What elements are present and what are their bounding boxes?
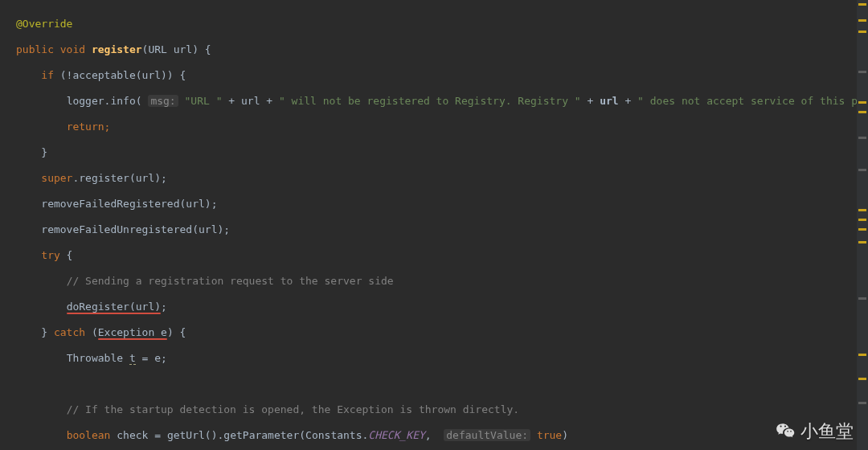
param-hint: defaultValue: bbox=[444, 429, 530, 441]
fn: info bbox=[110, 95, 135, 107]
marker[interactable] bbox=[858, 378, 866, 380]
marker[interactable] bbox=[858, 209, 866, 211]
id: logger bbox=[67, 95, 104, 107]
fn: getParameter bbox=[223, 429, 299, 441]
comment: // If the startup detection is opened, t… bbox=[67, 403, 520, 415]
ty: Exception bbox=[98, 326, 161, 338]
constants: Constants bbox=[305, 429, 362, 441]
kw: try bbox=[41, 249, 59, 261]
comment: // Sending a registration request to the… bbox=[67, 275, 394, 287]
str: " will not be registered to Registry. Re… bbox=[279, 95, 581, 107]
annotation: @Override bbox=[16, 18, 72, 30]
fn: doRegister bbox=[67, 301, 129, 313]
marker[interactable] bbox=[858, 19, 866, 22]
fn-doRegister: doRegister(url) bbox=[67, 301, 161, 313]
method-name: register bbox=[92, 43, 142, 55]
str: " does not accept service of this proto bbox=[637, 95, 868, 107]
error-stripe[interactable] bbox=[857, 0, 868, 450]
var-e: e bbox=[154, 352, 161, 364]
kw: if bbox=[41, 69, 54, 81]
ty: Throwable bbox=[67, 352, 123, 364]
marker[interactable] bbox=[858, 137, 866, 139]
marker[interactable] bbox=[858, 71, 866, 73]
marker[interactable] bbox=[858, 219, 866, 221]
marker[interactable] bbox=[858, 297, 866, 300]
kw: return; bbox=[67, 121, 111, 133]
marker[interactable] bbox=[858, 101, 866, 104]
param-hint: msg: bbox=[148, 95, 178, 107]
param-name: url bbox=[174, 43, 192, 55]
code-editor[interactable]: @Override public void register(URL url) … bbox=[0, 0, 868, 450]
exception-decl: Exception e bbox=[98, 326, 167, 338]
marker[interactable] bbox=[858, 241, 866, 243]
marker[interactable] bbox=[858, 111, 866, 113]
marker[interactable] bbox=[858, 3, 866, 6]
kw: catch bbox=[54, 326, 85, 338]
marker[interactable] bbox=[858, 402, 866, 404]
var-t: t bbox=[129, 352, 136, 365]
marker[interactable] bbox=[858, 354, 866, 356]
bool: true bbox=[537, 429, 562, 441]
kw: void bbox=[60, 43, 85, 55]
marker[interactable] bbox=[858, 228, 866, 231]
fn: register bbox=[79, 172, 129, 184]
var: e bbox=[161, 326, 167, 338]
fn: removeFailedRegistered bbox=[41, 198, 179, 210]
const: CHECK_KEY bbox=[368, 429, 424, 441]
watermark-label: 小鱼堂 bbox=[800, 425, 854, 438]
marker[interactable] bbox=[858, 169, 866, 171]
fn: acceptable bbox=[72, 69, 135, 81]
kw: super bbox=[41, 172, 72, 184]
id: check bbox=[117, 429, 148, 441]
fn: getUrl bbox=[167, 429, 205, 441]
param-type: URL bbox=[148, 43, 166, 55]
wechat-icon bbox=[775, 421, 796, 442]
str: "URL " bbox=[185, 95, 223, 107]
marker[interactable] bbox=[858, 31, 866, 33]
kw: boolean bbox=[67, 429, 111, 441]
fn: removeFailedUnregistered bbox=[41, 223, 192, 235]
watermark: 小鱼堂 bbox=[775, 421, 854, 442]
kw: public bbox=[16, 43, 54, 55]
